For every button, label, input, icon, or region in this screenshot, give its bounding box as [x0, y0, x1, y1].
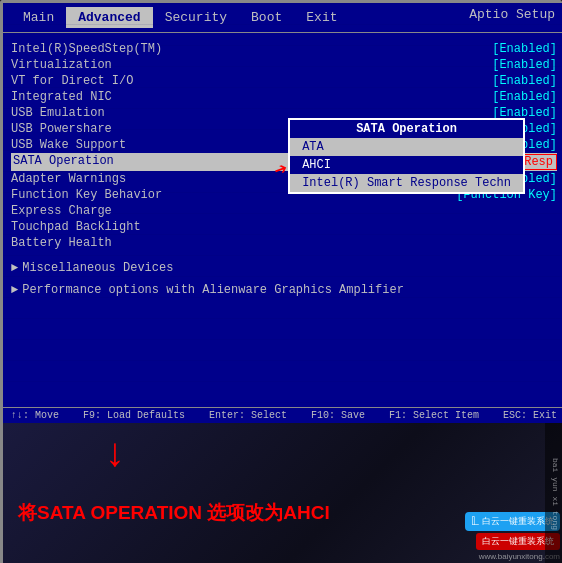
bios-header: Main Advanced Security Boot Exit Aptio S… — [3, 3, 562, 33]
settings-list: Intel(R)SpeedStep(TM) [Enabled] Virtuali… — [3, 39, 562, 419]
red-arrow-down: ↓ — [103, 433, 127, 478]
vertical-text: bai yun xi tong — [551, 458, 560, 530]
setting-speedstep: Intel(R)SpeedStep(TM) [Enabled] — [11, 41, 557, 57]
twitter-label: 白云一键重装系统 — [482, 515, 554, 528]
tab-security[interactable]: Security — [153, 7, 239, 28]
arrow-icon-2: ► — [11, 283, 18, 297]
bios-footer: ↑↓: Move F9: Load Defaults Enter: Select… — [3, 407, 562, 423]
dropdown-item-smart[interactable]: Intel(R) Smart Response Techn — [290, 174, 523, 192]
tab-advanced[interactable]: Advanced — [66, 7, 152, 28]
tab-boot[interactable]: Boot — [239, 7, 294, 28]
footer-esc: ESC: Exit — [503, 410, 557, 421]
arrow-icon: ► — [11, 261, 18, 275]
setting-battery: Battery Health — [11, 235, 557, 251]
chinese-instruction: 将SATA OPERATION 选项改为AHCI — [18, 500, 330, 526]
brand-text: 白云一键重装系统 — [482, 537, 554, 547]
setting-express-charge: Express Charge — [11, 203, 557, 219]
setting-touchpad: Touchpad Backlight — [11, 219, 557, 235]
tab-exit[interactable]: Exit — [294, 7, 349, 28]
setting-vt-direct: VT for Direct I/O [Enabled] — [11, 73, 557, 89]
tab-main[interactable]: Main — [11, 7, 66, 28]
bios-tabs: Main Advanced Security Boot Exit — [11, 7, 350, 28]
bios-title: Aptio Setup — [469, 7, 555, 22]
section-misc: ► Miscellaneous Devices — [11, 259, 557, 277]
footer-f1: F1: Select Item — [389, 410, 479, 421]
footer-move: ↑↓: Move — [11, 410, 59, 421]
twitter-icon: 𝕃 — [471, 514, 479, 529]
bios-content: Intel(R)SpeedStep(TM) [Enabled] Virtuali… — [3, 33, 562, 423]
setting-virtualization: Virtualization [Enabled] — [11, 57, 557, 73]
footer-enter: Enter: Select — [209, 410, 287, 421]
footer-f10: F10: Save — [311, 410, 365, 421]
setting-integrated-nic: Integrated NIC [Enabled] — [11, 89, 557, 105]
bottom-annotation: ↓ 将SATA OPERATION 选项改为AHCI 𝕃 白云一键重装系统 白云… — [3, 423, 562, 563]
vertical-watermark: bai yun xi tong — [545, 423, 562, 563]
dropdown-title: SATA Operation — [290, 120, 523, 138]
footer-load-defaults: F9: Load Defaults — [83, 410, 185, 421]
bios-screen: Main Advanced Security Boot Exit Aptio S… — [3, 3, 562, 423]
section-performance: ► Performance options with Alienware Gra… — [11, 281, 557, 299]
